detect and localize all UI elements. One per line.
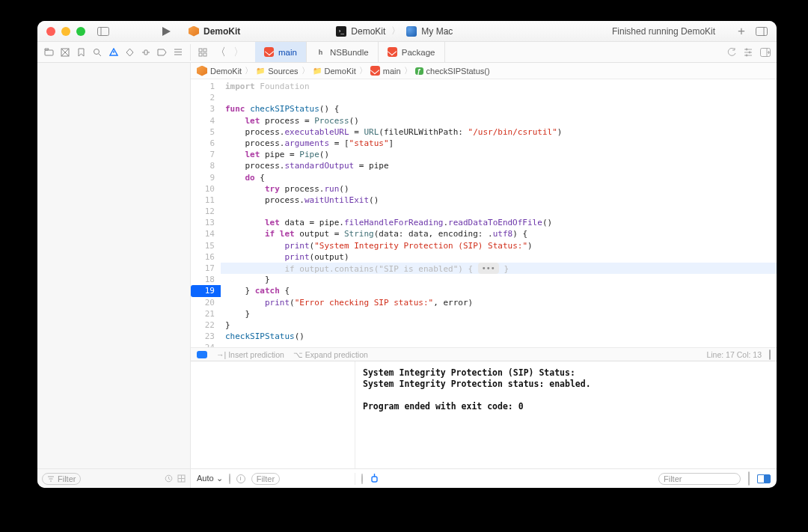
jump-bar-segment[interactable]: ƒcheckSIPStatus() [415, 67, 490, 76]
test-navigator-icon[interactable] [123, 44, 138, 61]
code-line[interactable]: let process = Process() [221, 115, 777, 126]
jump-bar-segment[interactable]: 📁Sources [256, 67, 298, 76]
code-line[interactable]: } [221, 308, 777, 319]
code-line[interactable]: import Foundation [221, 81, 777, 92]
line-number[interactable]: 12 [191, 206, 215, 217]
jump-bar[interactable]: DemoKit〉📁Sources〉📁DemoKit〉main〉ƒcheckSIP… [191, 63, 777, 79]
code-line[interactable]: process.arguments = ["status"] [221, 138, 777, 149]
sidebar-toggle-icon[interactable] [94, 22, 112, 40]
info-icon[interactable]: i [236, 474, 245, 483]
code-line[interactable]: process.executableURL = URL(fileURLWithP… [221, 126, 777, 138]
line-number[interactable]: 2 [191, 92, 215, 103]
line-number[interactable]: 11 [191, 195, 215, 206]
line-number[interactable]: 8 [191, 160, 215, 171]
code-line[interactable]: if output.contains("SIP is enabled") { •… [221, 263, 777, 274]
code-line[interactable]: } catch { [221, 285, 777, 296]
refresh-icon[interactable] [726, 48, 736, 57]
line-number[interactable]: 17 [191, 263, 215, 274]
line-number[interactable]: 4 [191, 115, 215, 126]
line-number[interactable]: 18 [191, 274, 215, 285]
code-line[interactable]: let data = pipe.fileHandleForReading.rea… [221, 217, 777, 228]
line-gutter[interactable]: 123456789101112131415161718192021222324 [191, 79, 221, 347]
line-number[interactable]: 1 [191, 81, 215, 92]
code-line[interactable] [221, 342, 777, 347]
console-output[interactable]: System Integrity Protection (SIP) Status… [355, 361, 777, 468]
code-line[interactable] [221, 92, 777, 103]
debug-navigator-icon[interactable] [138, 44, 153, 61]
find-navigator-icon[interactable] [91, 44, 105, 61]
code-line[interactable]: let pipe = Pipe() [221, 149, 777, 160]
line-number[interactable]: 6 [191, 138, 215, 149]
jump-bar-segment[interactable]: 📁DemoKit [313, 67, 356, 76]
code-line[interactable]: checkSIPStatus() [221, 331, 777, 342]
minimap-toggle-icon[interactable] [769, 350, 771, 359]
adjust-editor-icon[interactable] [744, 48, 753, 57]
line-number[interactable]: 13 [191, 217, 215, 228]
scheme-selector[interactable]: ›_ DemoKit 〉 My Mac [336, 25, 453, 37]
line-number[interactable]: 10 [191, 183, 215, 195]
issue-navigator-icon[interactable] [106, 44, 121, 61]
variables-scope[interactable]: Auto ⌄ [197, 474, 223, 483]
code-line[interactable] [221, 206, 777, 217]
jump-bar-segment[interactable]: main [370, 66, 401, 76]
debug-pane-toggle[interactable] [757, 474, 771, 483]
line-number[interactable]: 21 [191, 308, 215, 319]
variables-view[interactable] [191, 361, 355, 468]
back-button[interactable]: 〈 [213, 45, 228, 60]
navigator-content[interactable] [37, 63, 190, 468]
code-line[interactable]: } [221, 274, 777, 285]
code-content[interactable]: import Foundationfunc checkSIPStatus() {… [221, 79, 777, 347]
editor-tab[interactable]: Package [379, 42, 445, 62]
debug-memory-icon[interactable] [370, 474, 379, 483]
line-number[interactable]: 20 [191, 297, 215, 308]
line-number[interactable]: 5 [191, 126, 215, 138]
variables-filter[interactable]: Filter [251, 473, 280, 485]
line-number[interactable]: 23 [191, 331, 215, 342]
line-number[interactable]: 22 [191, 319, 215, 331]
code-line[interactable]: func checkSIPStatus() { [221, 103, 777, 114]
project-name[interactable]: DemoKit [189, 26, 240, 37]
line-number[interactable]: 19 [191, 285, 221, 296]
code-line[interactable]: process.standardOutput = pipe [221, 160, 777, 171]
recent-filter-icon[interactable] [165, 474, 173, 483]
line-number[interactable]: 16 [191, 251, 215, 263]
clear-console-icon[interactable] [748, 472, 750, 486]
library-toggle-icon[interactable] [756, 27, 768, 36]
close-window[interactable] [46, 27, 55, 36]
zoom-window[interactable] [76, 27, 85, 36]
console-filter[interactable]: Filter [658, 473, 741, 485]
jump-bar-segment[interactable]: DemoKit [197, 66, 242, 76]
run-button[interactable] [157, 22, 175, 40]
breakpoint-navigator-icon[interactable] [155, 44, 170, 61]
metrics-icon[interactable] [361, 474, 363, 483]
add-button[interactable]: + [738, 24, 745, 39]
bookmark-navigator-icon[interactable] [74, 44, 89, 61]
source-editor[interactable]: 123456789101112131415161718192021222324 … [191, 79, 777, 347]
line-number[interactable]: 14 [191, 228, 215, 239]
code-line[interactable]: if let output = String(data: data, encod… [221, 228, 777, 239]
insert-prediction[interactable]: →| Insert prediction [216, 350, 284, 359]
line-number[interactable]: 9 [191, 172, 215, 183]
line-number[interactable]: 7 [191, 149, 215, 160]
related-items-icon[interactable] [195, 45, 210, 60]
minimize-window[interactable] [61, 27, 70, 36]
source-control-navigator-icon[interactable] [58, 44, 73, 61]
code-line[interactable]: } [221, 319, 777, 331]
line-number[interactable]: 15 [191, 240, 215, 251]
line-number[interactable]: 3 [191, 103, 215, 114]
editor-tab[interactable]: hNSBundle [307, 42, 379, 62]
code-line[interactable]: print(output) [221, 251, 777, 263]
project-navigator-icon[interactable] [42, 44, 57, 61]
code-line[interactable]: do { [221, 172, 777, 183]
navigator-filter-input[interactable]: Filter [42, 473, 81, 485]
report-navigator-icon[interactable] [171, 44, 186, 61]
add-editor-icon[interactable] [760, 48, 771, 57]
code-line[interactable]: print("System Integrity Protection (SIP)… [221, 240, 777, 251]
expand-prediction[interactable]: ⌥ Expand prediction [293, 350, 368, 359]
scm-filter-icon[interactable] [177, 474, 186, 483]
forward-button[interactable]: 〉 [231, 45, 246, 60]
code-line[interactable]: print("Error checking SIP status:", erro… [221, 297, 777, 308]
editor-tab[interactable]: main [255, 42, 307, 62]
code-line[interactable]: process.waitUntilExit() [221, 195, 777, 206]
quicklook-icon[interactable] [229, 474, 230, 483]
